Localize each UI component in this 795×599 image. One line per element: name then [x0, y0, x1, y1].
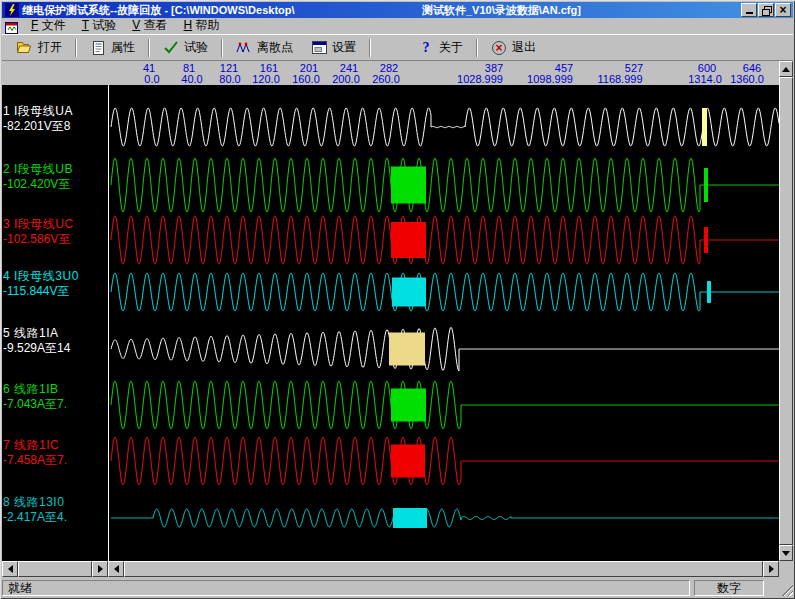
ruler-time-label: 1028.999 [457, 74, 503, 85]
channel-name: 4 I段母线3U0 [3, 269, 79, 284]
channel-label-1[interactable]: 1 I段母线UA-82.201V至8 [3, 104, 73, 134]
waveform-ch3 [111, 216, 779, 264]
channel-label-6[interactable]: 6 线路1IB-7.043A至7. [3, 382, 67, 412]
ruler-time-label: 200.0 [332, 74, 360, 85]
toolbar-button-属性[interactable]: 属性 [81, 36, 144, 60]
fault-block-ch5 [389, 333, 425, 366]
ruler-time-label: 0.0 [144, 74, 159, 85]
channel-range: -2.417A至4. [3, 510, 67, 525]
toolbar-button-试验[interactable]: 试验 [154, 36, 217, 60]
app-icon[interactable] [5, 3, 19, 17]
toolbar-separator [221, 39, 223, 57]
fault-block-ch3 [391, 222, 426, 258]
ruler-time-label: 1314.0 [688, 74, 722, 85]
toolbar-button-label: 设置 [332, 39, 356, 56]
toolbar-button-设置[interactable]: 设置 [302, 36, 365, 60]
toolbar-button-离散点[interactable]: 离散点 [227, 36, 302, 60]
channel-range: -102.420V至 [3, 177, 73, 192]
fault-block-ch8 [393, 508, 427, 528]
timeline-ruler[interactable]: 41811211612012412823874575276006460.040.… [2, 61, 779, 85]
waveform-svg [109, 85, 779, 561]
fault-block-ch4 [392, 278, 426, 307]
cursor-marker-ch2 [704, 168, 708, 202]
channel-range: -7.043A至7. [3, 397, 67, 412]
status-mode: 数字 [694, 580, 764, 596]
channel-label-7[interactable]: 7 线路1IC-7.458A至7. [3, 438, 67, 468]
menu-bar: F 文件T 试验V 查看H 帮助 [2, 18, 793, 34]
down-arrow-icon [782, 551, 790, 556]
waveform-ch5 [111, 327, 779, 371]
scroll-left-button[interactable] [2, 561, 18, 577]
scroll-right-button[interactable] [92, 561, 108, 577]
fault-block-ch7 [391, 445, 425, 478]
ruler-time-label: 1360.0 [730, 74, 764, 85]
scroll-right-button[interactable] [763, 561, 779, 577]
channel-panel-scrollbar[interactable] [2, 561, 108, 577]
window-title: 继电保护测试系统--故障回放 - [C:\WINDOWS\Desktop\ [22, 2, 295, 18]
toolbar-button-label: 关于 [439, 39, 463, 56]
scroll-up-button[interactable] [779, 61, 793, 77]
channel-label-2[interactable]: 2 I段母线UB-102.420V至 [3, 162, 73, 192]
vertical-scrollbar[interactable] [779, 61, 793, 561]
menu-查看[interactable]: V 查看 [124, 18, 175, 34]
restore-button[interactable] [758, 3, 774, 17]
document-icon[interactable] [5, 20, 18, 32]
waveform-ch8 [111, 509, 779, 527]
exit-icon: × [491, 40, 507, 55]
vertical-scrollbar-thumb[interactable] [779, 77, 793, 545]
toolbar-button-label: 离散点 [257, 39, 293, 56]
scrollbar-corner [779, 561, 793, 577]
waveform-ch7 [111, 437, 779, 485]
waveform-ch6 [111, 381, 779, 429]
toolbar-separator [148, 39, 150, 57]
toolbar-button-打开[interactable]: 打开 [8, 36, 71, 60]
channel-label-8[interactable]: 8 线路13I0-2.417A至4. [3, 495, 67, 525]
ruler-time-label: 40.0 [181, 74, 202, 85]
waveform-canvas[interactable] [108, 85, 779, 561]
channel-name: 8 线路13I0 [3, 495, 67, 510]
toolbar-separator [476, 39, 478, 57]
menu-帮助[interactable]: H 帮助 [176, 18, 228, 34]
channel-range: -7.458A至7. [3, 453, 67, 468]
toolbar-button-label: 属性 [111, 39, 135, 56]
cursor-marker-ch1 [702, 108, 707, 146]
waveform-scrollbar-thumb[interactable] [124, 561, 763, 577]
menu-试验[interactable]: T 试验 [74, 18, 124, 34]
restore-icon [762, 6, 771, 15]
channel-name: 1 I段母线UA [3, 104, 73, 119]
left-arrow-icon [114, 565, 119, 573]
toolbar-button-退出[interactable]: ×退出 [482, 36, 545, 60]
menu-文件[interactable]: F 文件 [23, 18, 74, 34]
channel-name: 5 线路1IA [3, 326, 70, 341]
channel-name: 3 I段母线UC [3, 217, 74, 232]
properties-icon [90, 40, 106, 55]
channel-label-5[interactable]: 5 线路1IA-9.529A至14 [3, 326, 70, 356]
status-message: 就绪 [2, 580, 690, 596]
close-icon: × [779, 4, 786, 16]
ruler-time-label: 260.0 [372, 74, 400, 85]
title-bar: 继电保护测试系统--故障回放 - [C:\WINDOWS\Desktop\ 测试… [2, 2, 793, 18]
cursor-marker-ch4 [707, 281, 711, 303]
close-button[interactable]: × [775, 3, 791, 17]
toolbar-separator [369, 39, 371, 57]
waveform-ch2 [111, 158, 779, 212]
channel-label-4[interactable]: 4 I段母线3U0-115.844V至 [3, 269, 79, 299]
waveform-ch1 [111, 108, 779, 146]
minimize-button[interactable] [741, 3, 757, 17]
settings-icon [311, 40, 327, 55]
toolbar-button-关于[interactable]: ?关于 [409, 36, 472, 60]
channel-label-3[interactable]: 3 I段母线UC-102.586V至 [3, 217, 74, 247]
toolbar-separator [75, 39, 77, 57]
waveform-main-area: 1 I段母线UA-82.201V至82 I段母线UB-102.420V至3 I段… [2, 85, 779, 561]
open-folder-icon [17, 40, 33, 55]
scroll-left-button[interactable] [108, 561, 124, 577]
channel-range: -115.844V至 [3, 284, 79, 299]
scroll-down-button[interactable] [779, 545, 793, 561]
waveform-scrollbar[interactable] [108, 561, 779, 577]
toolbar: 打开属性试验离散点设置?关于×退出 [2, 34, 793, 61]
toolbar-button-label: 退出 [512, 39, 536, 56]
left-arrow-icon [8, 565, 13, 573]
resize-grip[interactable] [780, 583, 793, 596]
channel-list-panel: 1 I段母线UA-82.201V至82 I段母线UB-102.420V至3 I段… [2, 85, 108, 561]
channel-panel-scrollbar-thumb[interactable] [18, 561, 92, 577]
